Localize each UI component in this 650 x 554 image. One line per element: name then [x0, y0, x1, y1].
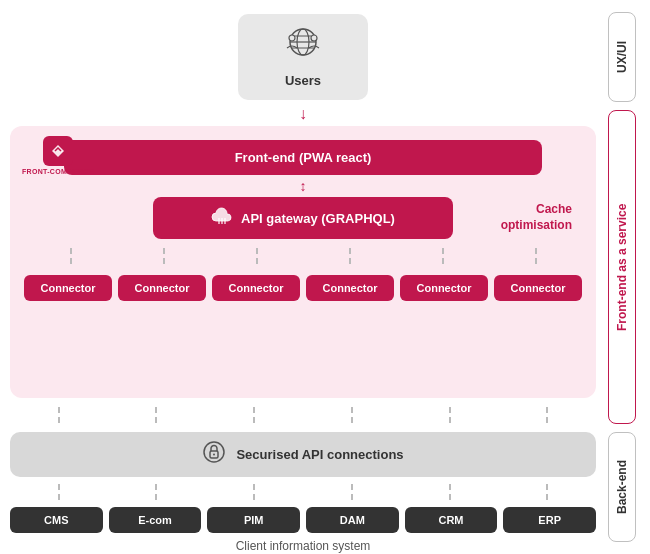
- dashed-line-6: [489, 247, 582, 265]
- system-erp: ERP: [503, 507, 596, 533]
- svg-point-12: [213, 454, 215, 456]
- connectors-to-backend-arrows: [10, 406, 596, 424]
- system-crm: CRM: [405, 507, 498, 533]
- frontend-to-api-arrow: ↕: [24, 179, 582, 193]
- fc-logo: FRONT-COMMERCE: [22, 136, 94, 175]
- faas-section: FRONT-COMMERCE Front-end (PWA react) ↕: [10, 126, 596, 398]
- lock-icon: [202, 440, 226, 469]
- fc-icon: [43, 136, 73, 166]
- dashed-line-5: [396, 247, 489, 265]
- cloud-icon: [211, 207, 233, 229]
- users-box: Users: [238, 14, 368, 100]
- main-diagram: Users ↓ FRONT-COMMERCE Front-end (PWA re…: [10, 12, 596, 542]
- dashed-b-3: [205, 406, 303, 424]
- users-icon: [283, 26, 323, 69]
- dashed-s-5: [401, 483, 499, 501]
- backend-section: Securised API connections CMS E-com PIM …: [10, 432, 596, 542]
- dashed-line-1: [24, 247, 117, 265]
- connector-1: Connector: [24, 275, 112, 301]
- svg-point-6: [311, 35, 317, 41]
- dashed-s-4: [303, 483, 401, 501]
- api-bar: API gateway (GRAPHQL): [153, 197, 453, 239]
- connectors-row: Connector Connector Connector Connector …: [24, 275, 582, 301]
- dashed-b-6: [498, 406, 596, 424]
- users-section: Users: [10, 12, 596, 102]
- client-system-section: CMS E-com PIM DAM CRM ERP Client informa…: [10, 507, 596, 553]
- dashed-b-2: [108, 406, 206, 424]
- api-row: API gateway (GRAPHQL) Cache optimisation: [24, 197, 582, 239]
- connector-3: Connector: [212, 275, 300, 301]
- api-to-connectors-arrows: [24, 247, 582, 265]
- dashed-line-3: [210, 247, 303, 265]
- dashed-s-1: [10, 483, 108, 501]
- fc-logo-text: FRONT-COMMERCE: [22, 168, 94, 175]
- ux-label: UX/UI: [608, 12, 636, 102]
- connector-6: Connector: [494, 275, 582, 301]
- backend-label: Back-end: [608, 432, 636, 542]
- secure-api-box: Securised API connections: [10, 432, 596, 477]
- connector-5: Connector: [400, 275, 488, 301]
- system-pim: PIM: [207, 507, 300, 533]
- dashed-s-3: [205, 483, 303, 501]
- frontend-bar: Front-end (PWA react): [64, 140, 542, 175]
- dashed-b-4: [303, 406, 401, 424]
- secure-api-label: Securised API connections: [236, 447, 403, 462]
- dashed-line-4: [303, 247, 396, 265]
- system-ecom: E-com: [109, 507, 202, 533]
- cache-label: Cache optimisation: [501, 202, 572, 233]
- dashed-b-5: [401, 406, 499, 424]
- system-dam: DAM: [306, 507, 399, 533]
- connector-2: Connector: [118, 275, 206, 301]
- diagram-wrapper: Users ↓ FRONT-COMMERCE Front-end (PWA re…: [10, 12, 640, 542]
- svg-point-5: [289, 35, 295, 41]
- client-systems-row: CMS E-com PIM DAM CRM ERP: [10, 507, 596, 533]
- dashed-b-1: [10, 406, 108, 424]
- side-labels: UX/UI Front-end as a service Back-end: [604, 12, 640, 542]
- dashed-line-2: [117, 247, 210, 265]
- client-info-label: Client information system: [10, 539, 596, 553]
- users-label: Users: [285, 73, 321, 88]
- dashed-s-2: [108, 483, 206, 501]
- connector-4: Connector: [306, 275, 394, 301]
- dashed-s-6: [498, 483, 596, 501]
- secure-to-systems-arrows: [10, 483, 596, 501]
- users-to-faas-arrow: ↓: [10, 106, 596, 122]
- system-cms: CMS: [10, 507, 103, 533]
- frontend-label: Front-end as a service: [608, 110, 636, 424]
